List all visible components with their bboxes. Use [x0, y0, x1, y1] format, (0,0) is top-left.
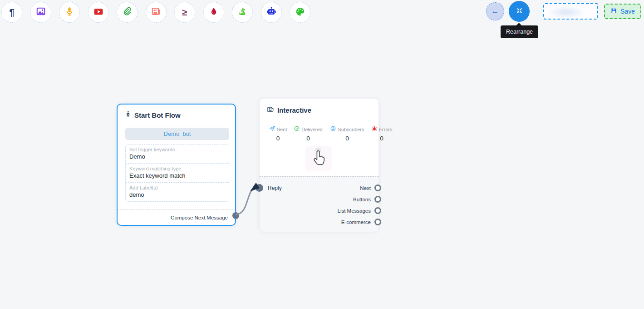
output-row-buttons: Buttons — [260, 194, 379, 205]
compose-next-message-label: Compose Next Message — [171, 215, 228, 220]
bug-icon — [371, 125, 378, 134]
field-add-labels[interactable]: Add Label(s) demo — [126, 182, 229, 201]
save-button[interactable]: Save — [604, 4, 641, 19]
stat-label: Errors — [379, 127, 393, 132]
user-circle-icon — [330, 125, 336, 134]
palette-icon — [295, 6, 305, 19]
compress-arrows-icon — [515, 6, 524, 17]
save-label: Save — [620, 8, 635, 15]
audio-button[interactable] — [59, 2, 80, 23]
stat-errors: Errors 0 — [368, 126, 395, 142]
interactive-node-title-text: Interactive — [277, 106, 311, 114]
blurred-text — [548, 7, 589, 18]
greater-equal-icon: ≥ — [182, 8, 187, 17]
stat-label: Delivered — [301, 127, 322, 132]
stack-icon — [237, 6, 247, 18]
stat-value: 0 — [345, 135, 349, 142]
field-label: Add Label(s) — [129, 184, 225, 191]
field-value: demo — [129, 191, 225, 199]
list-messages-output-endpoint[interactable] — [374, 207, 381, 214]
start-node-title-text: Start Bot Flow — [134, 111, 181, 119]
output-label: List Messages — [337, 208, 371, 214]
stat-delivered: Delivered 0 — [290, 126, 326, 142]
rearrange-tooltip: Rearrange — [501, 25, 538, 38]
output-label: Buttons — [353, 197, 371, 202]
drip-button[interactable] — [203, 2, 224, 23]
field-label: Bot trigger keywords — [129, 146, 225, 153]
io-section: Reply Next Buttons List Messages E-comme… — [260, 176, 379, 232]
buttons-output-endpoint[interactable] — [374, 196, 381, 203]
rearrange-button[interactable] — [509, 1, 530, 22]
flow-name-field[interactable] — [543, 3, 598, 20]
field-keyword-matching-type[interactable]: Keyword matching type Exact keyword matc… — [126, 163, 229, 182]
bot-name-pill[interactable]: Demo_bot — [125, 128, 229, 140]
trigger-fields-box: Bot trigger keywords Demo Keyword matchi… — [125, 144, 229, 202]
newspaper-icon — [151, 6, 161, 18]
compose-output-endpoint[interactable] — [232, 212, 239, 219]
hand-cursor-icon — [311, 149, 327, 167]
output-row-list-messages: List Messages — [260, 205, 379, 216]
robot-icon — [266, 6, 277, 19]
stat-label: Subscribers — [338, 127, 364, 132]
condition-button[interactable]: ≥ — [174, 2, 195, 23]
arrow-left-icon: ← — [492, 7, 499, 16]
back-button[interactable]: ← — [486, 2, 504, 20]
field-label: Keyword matching type — [129, 165, 225, 172]
output-label: Next — [360, 185, 371, 191]
image-icon — [36, 6, 46, 18]
connector-wire — [236, 187, 258, 214]
youtube-icon — [93, 6, 104, 19]
message-body-area[interactable] — [305, 146, 332, 171]
stat-value: 0 — [306, 135, 310, 142]
check-circle-icon — [294, 125, 300, 134]
component-toolbar: ¶ ≥ — [1, 2, 310, 23]
text-block-button[interactable]: ¶ — [1, 2, 22, 23]
reply-input-endpoint[interactable] — [256, 184, 263, 192]
field-value: Exact keyword match — [129, 172, 225, 179]
microphone-icon — [64, 6, 74, 18]
video-button[interactable] — [88, 2, 109, 23]
field-value: Demo — [129, 153, 225, 160]
stat-sent: Sent 0 — [266, 126, 290, 142]
paper-plane-icon — [269, 125, 275, 134]
bot-button[interactable] — [261, 2, 282, 23]
newspaper-icon — [267, 106, 274, 115]
file-button[interactable] — [117, 2, 138, 23]
paperclip-icon — [122, 6, 132, 18]
interactive-node-title: Interactive — [267, 106, 379, 115]
stat-subscribers: Subscribers 0 — [326, 126, 368, 142]
stat-value: 0 — [380, 135, 383, 142]
image-button[interactable] — [30, 2, 51, 23]
outputs-list: Next Buttons List Messages E-commerce — [260, 182, 379, 228]
floppy-disk-icon — [610, 7, 617, 15]
sequence-button[interactable] — [232, 2, 253, 23]
stats-row: Sent 0 Delivered 0 Subscribers 0 — [266, 126, 395, 142]
card-template-button[interactable] — [146, 2, 167, 23]
walking-person-icon — [124, 111, 131, 119]
stat-label: Sent — [277, 127, 287, 132]
output-row-ecommerce: E-commerce — [260, 216, 379, 228]
start-node-title: Start Bot Flow — [124, 111, 235, 119]
next-output-endpoint[interactable] — [374, 184, 381, 191]
ecommerce-output-endpoint[interactable] — [374, 219, 381, 225]
node-start-bot-flow[interactable]: Start Bot Flow Demo_bot Bot trigger keyw… — [117, 104, 236, 226]
node-interactive[interactable]: Interactive Sent 0 Delivered 0 — [259, 98, 379, 231]
field-bot-trigger-keywords[interactable]: Bot trigger keywords Demo — [126, 145, 229, 163]
theme-button[interactable] — [290, 2, 310, 23]
stat-value: 0 — [276, 135, 280, 142]
output-row-next: Next — [260, 182, 379, 194]
tooltip-text: Rearrange — [506, 29, 533, 35]
pilcrow-icon: ¶ — [9, 8, 14, 17]
droplet-icon — [209, 7, 218, 18]
output-label: E-commerce — [341, 219, 371, 225]
